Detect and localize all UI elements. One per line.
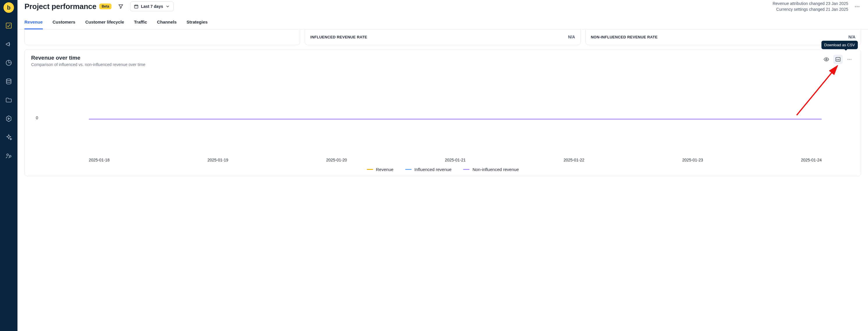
- header-more-button[interactable]: ◦◦◦: [854, 3, 861, 10]
- team-icon: [5, 153, 12, 159]
- sparkle-icon: [5, 134, 12, 141]
- sidebar-item-team[interactable]: [3, 150, 14, 162]
- sidebar-item-analytics[interactable]: [3, 57, 14, 69]
- main-content: Project performance Beta Last 7 days Rev…: [18, 0, 868, 331]
- tabs: Revenue Customers Customer lifecycle Tra…: [18, 15, 868, 29]
- filter-icon: [118, 3, 124, 9]
- chart-plot[interactable]: 2025-01-18 2025-01-19 2025-01-20 2025-01…: [40, 75, 854, 162]
- sidebar: b: [0, 0, 18, 331]
- sidebar-item-data[interactable]: [3, 76, 14, 87]
- logo[interactable]: b: [3, 2, 14, 13]
- x-tick: 2025-01-20: [326, 158, 347, 162]
- chart-legend: Revenue Influenced revenue Non-influence…: [31, 167, 854, 172]
- kpi-card-non-influenced: NON-INFLUENCED REVENUE RATE N/A: [585, 29, 861, 45]
- legend-swatch-icon: [405, 169, 411, 170]
- legend-swatch-icon: [463, 169, 469, 170]
- x-tick: 2025-01-23: [682, 158, 703, 162]
- csv-tooltip: Download as CSV: [822, 41, 858, 49]
- y-tick-0: 0: [31, 115, 40, 203]
- csv-icon: CSV: [835, 57, 841, 62]
- x-tick: 2025-01-22: [563, 158, 585, 162]
- x-tick: 2025-01-18: [89, 158, 110, 162]
- database-icon: [5, 78, 12, 85]
- chart-visibility-button[interactable]: [822, 55, 831, 64]
- change-log: Revenue attribution changed 23 Jan 2025 …: [773, 1, 848, 12]
- chart-plot-area: 0 2025-01-18 2025-01-19 2025-01-20 2025-…: [31, 75, 854, 162]
- date-range-label: Last 7 days: [141, 4, 163, 9]
- kpi-card-influenced: INFLUENCED REVENUE RATE N/A: [305, 29, 581, 45]
- page-title: Project performance: [25, 2, 96, 11]
- svg-rect-4: [134, 5, 138, 8]
- kpi-cards-row: INFLUENCED REVENUE RATE N/A NON-INFLUENC…: [18, 29, 868, 45]
- legend-label: Non-influenced revenue: [472, 167, 519, 172]
- tab-channels[interactable]: Channels: [157, 16, 177, 29]
- svg-point-5: [826, 59, 827, 60]
- sidebar-item-dashboard[interactable]: [3, 20, 14, 31]
- tab-traffic[interactable]: Traffic: [134, 16, 147, 29]
- change-log-line: Currency settings changed 21 Jan 2025: [773, 6, 848, 12]
- legend-swatch-icon: [367, 169, 373, 170]
- x-tick: 2025-01-24: [801, 158, 822, 162]
- chart-card: Download as CSV Revenue over time Compar…: [25, 49, 861, 176]
- x-tick: 2025-01-21: [445, 158, 466, 162]
- legend-label: Revenue: [376, 167, 394, 172]
- svg-point-1: [6, 79, 11, 80]
- download-csv-button[interactable]: CSV: [833, 55, 843, 64]
- legend-influenced[interactable]: Influenced revenue: [405, 167, 452, 172]
- pie-icon: [5, 59, 12, 66]
- folder-icon: [5, 97, 12, 104]
- legend-non-influenced[interactable]: Non-influenced revenue: [463, 167, 519, 172]
- kpi-card: [25, 29, 300, 45]
- tab-revenue[interactable]: Revenue: [25, 16, 43, 29]
- sidebar-item-playground[interactable]: [3, 113, 14, 125]
- eye-icon: [824, 57, 829, 62]
- chevron-down-icon: [165, 4, 170, 9]
- play-hex-icon: [5, 115, 12, 122]
- more-dots-icon: ◦◦◦: [846, 56, 853, 63]
- tab-customer-lifecycle[interactable]: Customer lifecycle: [85, 16, 124, 29]
- x-tick: 2025-01-19: [208, 158, 228, 162]
- filter-button[interactable]: [116, 2, 125, 11]
- svg-point-3: [9, 155, 11, 157]
- kpi-value: N/A: [848, 35, 856, 39]
- date-range-button[interactable]: Last 7 days: [130, 1, 174, 11]
- chart-title: Revenue over time: [31, 55, 145, 61]
- dashboard-icon: [5, 22, 12, 29]
- megaphone-icon: [5, 41, 12, 48]
- svg-text:CSV: CSV: [837, 59, 840, 60]
- legend-label: Influenced revenue: [414, 167, 452, 172]
- change-log-line: Revenue attribution changed 23 Jan 2025: [773, 1, 848, 6]
- calendar-icon: [134, 4, 138, 9]
- sidebar-item-ai[interactable]: [3, 131, 14, 143]
- beta-badge: Beta: [99, 3, 112, 9]
- legend-revenue[interactable]: Revenue: [367, 167, 394, 172]
- chart-more-button[interactable]: ◦◦◦: [845, 55, 854, 64]
- chart-subtitle: Comparison of influenced vs. non-influen…: [31, 62, 145, 67]
- kpi-label: NON-INFLUENCED REVENUE RATE: [591, 35, 658, 39]
- svg-rect-0: [6, 23, 11, 28]
- series-line-non-influenced: [89, 119, 822, 120]
- sidebar-item-files[interactable]: [3, 94, 14, 106]
- tab-customers[interactable]: Customers: [53, 16, 75, 29]
- sidebar-item-campaigns[interactable]: [3, 38, 14, 50]
- chart-actions: CSV ◦◦◦: [822, 55, 854, 64]
- svg-point-2: [7, 154, 8, 156]
- page-header: Project performance Beta Last 7 days Rev…: [18, 0, 868, 12]
- kpi-value: N/A: [568, 35, 575, 39]
- kpi-label: INFLUENCED REVENUE RATE: [310, 35, 367, 39]
- tab-strategies[interactable]: Strategies: [187, 16, 208, 29]
